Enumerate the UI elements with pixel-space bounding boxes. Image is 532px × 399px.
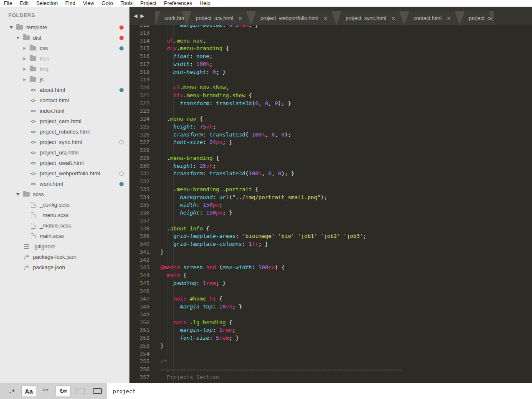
code-line: 343@media screen and (max-width: 500px) … [129,264,532,272]
case-sensitive-icon: Aa [25,388,33,395]
tree-item-package-json[interactable]: /*package.json [0,262,129,273]
tree-item-project-webportfolio-html[interactable]: <>project_webportfolio.html [0,168,129,179]
expanded-arrow-icon[interactable] [16,193,20,196]
tab-contact-html[interactable]: contact.html× [404,11,460,25]
line-text: font-size: 24px; } [160,139,232,146]
tab-close-icon[interactable]: × [238,15,242,21]
tab-project-ce[interactable]: project_ce [460,11,494,25]
code-line: 348 margin-top: 10vh; } [129,303,532,311]
line-number: 356 [129,366,149,374]
tree-item-scss[interactable]: scss [0,189,129,200]
in-selection-toggle[interactable]: → [73,385,88,397]
menu-bar: FileEditSelectionFindViewGotoToolsProjec… [0,0,532,7]
menu-item-find[interactable]: Find [61,0,79,7]
tree-item-label: contact.html [40,97,69,104]
tab-project-sync-html[interactable]: project_sync.html× [337,11,404,25]
teal-status-dot [119,46,124,51]
tree-item-about-html[interactable]: <>about.html [0,85,129,95]
whole-word-toggle[interactable]: “” [38,385,53,397]
line-number: 334 [129,194,149,202]
tab-project-ura-html[interactable]: project_ura.html× [187,11,251,25]
tab-label: project_webportfolio.html [261,15,319,21]
line-number: 347 [129,295,149,303]
arrow-slot [8,26,14,29]
menu-item-project[interactable]: Project [137,0,160,7]
tab-project-webportfolio-html[interactable]: project_webportfolio.html× [251,11,337,25]
tab-close-icon[interactable]: × [392,15,395,21]
folders-section-title: FOLDERS [0,7,129,22]
line-number: 354 [129,350,149,358]
tree-item--menu-scss[interactable]: _menu.scss [0,210,129,220]
code-line: 338 .about-info { [129,225,532,233]
tree-item-main-scss[interactable]: main.scss [0,231,129,241]
tree-item-project-sync-html[interactable]: <>project_sync.html [0,137,129,147]
tree-item-dist[interactable]: dist [0,33,129,43]
tab-work-htm[interactable]: work.htm [155,11,187,25]
code-icon: <> [28,150,38,156]
find-input[interactable] [107,383,532,399]
tree-item-project-uwaft-html[interactable]: <>project_uwaft.html [0,158,129,168]
line-number: 318 [129,68,149,76]
tree-item-files[interactable]: files [0,53,129,64]
menu-item-preferences[interactable]: Preferences [160,0,196,7]
tab-close-icon[interactable]: × [447,15,451,21]
folder-icon [28,67,38,71]
tab-close-icon[interactable]: × [324,15,327,21]
line-number: 344 [129,272,149,280]
tree-item-label: files [40,56,49,62]
line-text: .menu-branding .portrait { [160,186,258,194]
menu-item-help[interactable]: Help [196,0,214,7]
regex-toggle[interactable]: .* [4,385,19,397]
menu-item-view[interactable]: View [79,0,98,7]
tree-item-project-ura-html[interactable]: <>project_ura.html [0,147,129,158]
tree-item-img[interactable]: img [0,64,129,74]
code-line: 329 .menu-branding { [129,154,532,162]
arrow-slot [21,47,28,50]
highlight-matches-toggle[interactable] [90,385,105,397]
line-number: 339 [129,232,149,240]
tree-item-css[interactable]: css [0,43,129,53]
collapsed-arrow-icon[interactable] [23,78,26,81]
tree-item-project-cern-html[interactable]: <>project_cern.html [0,116,129,126]
wrap-toggle[interactable]: ↻≡ [56,385,71,397]
tree-item-index-html[interactable]: <>index.html [0,106,129,116]
menu-item-edit[interactable]: Edit [16,0,33,7]
menu-item-file[interactable]: File [0,0,16,7]
tree-item-label: js [40,76,43,83]
tree-item--gitignore[interactable]: .gitignore [0,241,129,252]
menu-item-selection[interactable]: Selection [33,0,61,7]
tree-item--config-scss[interactable]: _config.scss [0,200,129,210]
collapsed-arrow-icon[interactable] [23,57,26,61]
tree-item-js[interactable]: js [0,74,129,85]
tree-item-contact-html[interactable]: <>contact.html [0,95,129,106]
sublime-text-window: FileEditSelectionFindViewGotoToolsProjec… [0,0,532,399]
tree-item-package-lock-json[interactable]: /*package-lock.json [0,252,129,262]
tree-item-template[interactable]: template [0,22,129,33]
expanded-arrow-icon[interactable] [16,37,20,39]
line-number: 320 [129,84,149,92]
tree-item-project-robotics-html[interactable]: <>project_robotics.html [0,126,129,137]
tree-item-label: about.html [40,87,65,93]
folder-icon [28,56,38,61]
line-text: ul.menu-nav.show, [160,84,229,92]
case-sensitive-toggle[interactable]: Aa [21,385,36,397]
code-editor[interactable]: 312 margin-bottom: 0.5rem; }313314 ul.me… [129,25,532,383]
tab-strip: work.htmproject_ura.html×project_webport… [155,11,494,25]
tree-item-label: project_robotics.html [40,129,90,135]
code-line: 334 background: url("../img/portrait_sma… [129,194,532,202]
line-number: 353 [129,342,149,350]
tree-item--mobile-scss[interactable]: _mobile.scss [0,220,129,231]
menu-item-goto[interactable]: Goto [98,0,117,7]
collapsed-arrow-icon[interactable] [23,68,26,71]
code-icon: <> [28,119,38,124]
tree-item-label: project_sync.html [40,139,82,145]
tab-scroll-right-icon[interactable]: ▶ [140,12,144,20]
collapsed-arrow-icon[interactable] [23,47,26,50]
code-line: 357 Projects Section [129,374,532,381]
code-line: 339 grid-template-areas: 'bioimage' 'bio… [129,232,532,240]
tab-scroll-left-icon[interactable]: ◀ [134,12,137,20]
tree-item-work-html[interactable]: <>work.html [0,179,129,189]
expanded-arrow-icon[interactable] [10,26,13,29]
menu-item-tools[interactable]: Tools [117,0,136,7]
line-text: margin-top: 10vh; } [160,303,242,311]
